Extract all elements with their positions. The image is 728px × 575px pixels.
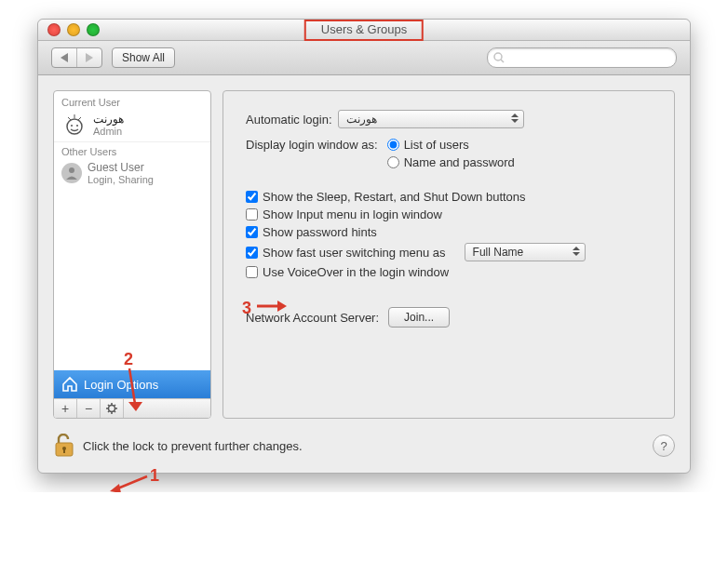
- house-icon: [61, 376, 78, 393]
- lock-hint-text: Click the lock to prevent further change…: [83, 439, 303, 453]
- svg-line-18: [115, 405, 115, 406]
- fast-switching-value: Full Name: [473, 246, 524, 259]
- preferences-window: Users & Groups Show All Current User: [37, 19, 691, 474]
- search-input[interactable]: [508, 50, 670, 65]
- question-icon: ?: [660, 439, 667, 453]
- titlebar: Users & Groups: [38, 20, 690, 41]
- radio-namepw-label: Name and password: [404, 155, 515, 169]
- current-user-row[interactable]: هورنت Admin: [54, 110, 210, 141]
- login-options-item[interactable]: Login Options: [54, 370, 210, 398]
- unlocked-lock-icon: [53, 434, 75, 458]
- search-icon: [493, 52, 505, 63]
- svg-point-5: [71, 125, 73, 127]
- back-button[interactable]: [52, 48, 77, 67]
- checkbox-fast-user-switching[interactable]: [246, 247, 258, 259]
- gear-icon: [106, 403, 117, 414]
- join-button[interactable]: Join...: [388, 307, 450, 328]
- svg-line-16: [108, 405, 109, 406]
- checkbox-input-label: Show Input menu in login window: [263, 207, 442, 221]
- svg-point-6: [76, 125, 78, 127]
- nav-back-forward: [51, 47, 102, 68]
- svg-point-11: [109, 406, 115, 412]
- show-all-button[interactable]: Show All: [112, 47, 175, 68]
- checkbox-sleep-restart[interactable]: [246, 191, 258, 203]
- network-account-label: Network Account Server:: [246, 311, 379, 325]
- checkbox-voiceover-label: Use VoiceOver in the login window: [263, 265, 449, 279]
- current-user-section-label: Current User: [54, 91, 210, 110]
- svg-line-8: [68, 117, 71, 120]
- window-controls: [38, 23, 100, 36]
- chevron-right-icon: [86, 53, 93, 62]
- user-silhouette-icon: [61, 163, 82, 183]
- svg-point-2: [494, 53, 502, 60]
- bulb-icon: [61, 112, 88, 138]
- svg-point-4: [67, 119, 82, 134]
- svg-marker-24: [110, 484, 121, 492]
- toolbar: Show All: [38, 41, 690, 75]
- search-field[interactable]: [487, 47, 677, 68]
- window-title: Users & Groups: [304, 20, 424, 41]
- login-options-label: Login Options: [84, 378, 158, 392]
- checkbox-voiceover[interactable]: [246, 266, 258, 278]
- login-options-pane: Automatic login: هورنت Display login win…: [222, 90, 675, 419]
- users-sidebar: Current User هورنت Admin Other Users: [53, 90, 211, 419]
- sidebar-actionbar: + −: [54, 398, 210, 418]
- current-user-role: Admin: [93, 126, 124, 137]
- svg-line-3: [501, 60, 504, 62]
- minimize-icon[interactable]: [67, 23, 80, 36]
- auto-login-select[interactable]: هورنت: [338, 110, 524, 128]
- annotation-1-arrow-icon: [108, 471, 150, 492]
- svg-point-10: [69, 167, 74, 173]
- guest-user-row[interactable]: Guest User Login, Sharing: [54, 159, 210, 189]
- auto-login-label: Automatic login:: [246, 113, 332, 127]
- checkbox-hints-label: Show password hints: [263, 225, 377, 239]
- svg-line-23: [115, 476, 147, 489]
- current-user-name: هورنت: [93, 113, 124, 126]
- lock-button[interactable]: [53, 434, 75, 458]
- remove-user-button[interactable]: −: [77, 399, 101, 418]
- help-button[interactable]: ?: [653, 435, 675, 457]
- radio-list-label: List of users: [404, 138, 469, 152]
- svg-marker-0: [61, 53, 68, 62]
- guest-user-name: Guest User: [88, 161, 154, 174]
- checkbox-input-menu[interactable]: [246, 208, 258, 221]
- checkbox-password-hints[interactable]: [246, 226, 258, 238]
- add-user-button[interactable]: +: [54, 399, 77, 418]
- checkbox-fast-label: Show fast user switching menu as: [263, 246, 446, 260]
- chevron-left-icon: [61, 53, 68, 62]
- zoom-icon[interactable]: [87, 23, 100, 36]
- svg-line-19: [108, 411, 109, 412]
- display-login-label: Display login window as:: [246, 138, 378, 152]
- radio-name-password[interactable]: [387, 156, 399, 168]
- auto-login-value: هورنت: [346, 113, 377, 126]
- checkbox-sleep-label: Show the Sleep, Restart, and Shut Down b…: [263, 190, 526, 204]
- radio-list-of-users[interactable]: [387, 139, 399, 151]
- svg-rect-22: [63, 449, 65, 453]
- close-icon[interactable]: [47, 23, 61, 36]
- svg-line-9: [78, 117, 81, 120]
- forward-button[interactable]: [77, 48, 101, 67]
- sidebar-gear-button[interactable]: [101, 399, 124, 418]
- guest-user-role: Login, Sharing: [88, 174, 154, 185]
- fast-switching-select[interactable]: Full Name: [465, 243, 586, 261]
- svg-marker-1: [86, 53, 93, 62]
- other-users-section-label: Other Users: [54, 141, 210, 159]
- svg-line-17: [115, 411, 115, 412]
- footer: Click the lock to prevent further change…: [38, 428, 690, 473]
